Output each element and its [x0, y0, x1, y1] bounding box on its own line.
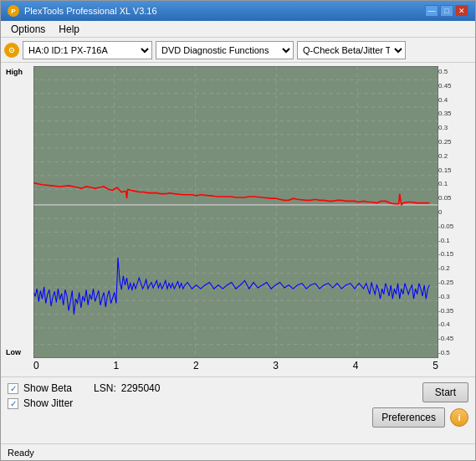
y-label-n0p2: -0.2 — [438, 264, 472, 272]
toolbar: ⊙ HA:0 ID:1 PX-716A DVD Diagnostic Funct… — [1, 38, 475, 63]
chart-bottom-labels: 0 1 2 3 4 5 — [33, 358, 438, 373]
y-label-0p3: 0.3 — [438, 124, 472, 131]
minimize-button[interactable]: — — [425, 5, 438, 17]
info-button[interactable]: i — [450, 408, 468, 427]
y-label-0p5: 0.5 — [438, 68, 472, 75]
x-label-0: 0 — [33, 360, 39, 371]
device-icon: ⊙ — [4, 43, 19, 58]
title-bar-left: P PlexTools Professional XL V3.16 — [8, 5, 157, 17]
start-button[interactable]: Start — [422, 382, 468, 402]
y-label-n0p35: -0.35 — [438, 307, 472, 315]
y-label-n0p4: -0.4 — [438, 320, 472, 328]
title-bar-controls: — □ ✕ — [425, 5, 468, 17]
y-label-0p4: 0.4 — [438, 96, 472, 104]
svg-rect-0 — [33, 66, 438, 358]
y-label-n0p5: -0.5 — [438, 349, 472, 356]
show-jitter-row: Show Jitter — [8, 397, 160, 409]
preferences-button[interactable]: Preferences — [372, 407, 445, 428]
chart-plot — [33, 66, 438, 358]
y-label-n0p05: -0.05 — [438, 223, 472, 230]
lsn-value: 2295040 — [121, 382, 161, 394]
device-select[interactable]: HA:0 ID:1 PX-716A — [23, 41, 152, 59]
show-jitter-label: Show Jitter — [23, 397, 73, 409]
y-label-0p1: 0.1 — [438, 180, 472, 187]
bottom-right: Start Preferences i — [372, 382, 468, 428]
x-label-4: 4 — [353, 360, 359, 371]
y-label-n0p15: -0.15 — [438, 250, 472, 258]
test-select[interactable]: Q-Check Beta/Jitter Test — [297, 41, 406, 59]
x-label-5: 5 — [432, 360, 438, 371]
y-label-0p25: 0.25 — [438, 138, 472, 146]
status-bar: Ready — [1, 443, 475, 460]
function-select[interactable]: DVD Diagnostic Functions — [156, 41, 294, 59]
y-label-0p05: 0.05 — [438, 194, 472, 202]
show-beta-label: Show Beta — [23, 382, 72, 394]
y-label-n0p45: -0.45 — [438, 335, 472, 342]
status-text: Ready — [8, 448, 34, 458]
x-label-3: 3 — [273, 360, 279, 371]
chart-low-label: Low — [6, 348, 21, 356]
preferences-row: Preferences i — [372, 407, 468, 428]
app-icon: P — [8, 5, 19, 17]
y-label-0p15: 0.15 — [438, 166, 472, 174]
bottom-section: Show Beta LSN: 2295040 Show Jitter Start… — [1, 376, 475, 443]
y-label-n0p1: -0.1 — [438, 237, 472, 244]
y-label-0p2: 0.2 — [438, 152, 472, 160]
y-label-0p35: 0.35 — [438, 110, 472, 117]
chart-area: High Low — [1, 63, 475, 376]
show-beta-checkbox[interactable] — [8, 383, 18, 394]
window-title: PlexTools Professional XL V3.16 — [24, 6, 157, 16]
chart-right-labels: 0.5 0.45 0.4 0.35 0.3 0.25 0.2 0.15 0.1 … — [438, 66, 472, 358]
bottom-left: Show Beta LSN: 2295040 Show Jitter — [8, 382, 160, 409]
close-button[interactable]: ✕ — [455, 5, 468, 17]
y-label-n0p3: -0.3 — [438, 293, 472, 300]
y-label-0: 0 — [438, 208, 472, 216]
lsn-label: LSN: — [94, 382, 116, 394]
maximize-button[interactable]: □ — [440, 5, 453, 17]
main-window: P PlexTools Professional XL V3.16 — □ ✕ … — [0, 0, 476, 461]
y-label-n0p25: -0.25 — [438, 279, 472, 286]
show-beta-row: Show Beta LSN: 2295040 — [8, 382, 160, 394]
title-bar: P PlexTools Professional XL V3.16 — □ ✕ — [1, 1, 475, 21]
x-label-2: 2 — [193, 360, 199, 371]
menu-help[interactable]: Help — [52, 22, 86, 37]
x-label-1: 1 — [113, 360, 119, 371]
menu-bar: Options Help — [1, 21, 475, 38]
chart-high-label: High — [6, 68, 23, 76]
y-label-0p45: 0.45 — [438, 82, 472, 90]
show-jitter-checkbox[interactable] — [8, 398, 18, 409]
menu-options[interactable]: Options — [4, 22, 52, 37]
